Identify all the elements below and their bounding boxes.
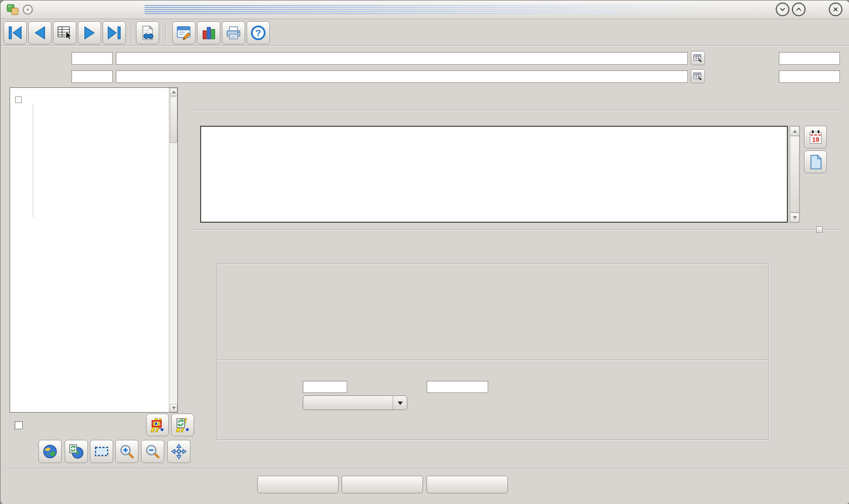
chevron-down-icon [779,6,786,13]
table-lookup-icon [693,71,703,81]
chevron-up-icon [795,6,803,13]
chevron-down-icon[interactable] [393,396,407,410]
nav-previous-icon [32,25,48,41]
scrollbar-thumb[interactable] [790,136,799,213]
strasse-lookup-button[interactable] [691,69,705,83]
erfassung-date-field[interactable] [779,52,840,65]
strassenaeste-checkbox[interactable] [15,421,23,429]
nav-last-icon [106,25,122,41]
bar-chart-icon [201,25,217,41]
splitter[interactable] [193,229,839,230]
globe-icon [42,443,58,460]
app-icon [7,4,20,18]
splitter-handle[interactable] [816,226,823,233]
globe-button[interactable] [38,440,62,463]
print-button[interactable] [222,21,245,44]
blank-document-icon [808,154,824,170]
titlebar [1,1,849,19]
nav-first-icon [7,25,23,41]
pan-icon [171,443,187,460]
nav-next-icon [81,25,98,41]
tree-root-expander[interactable] [15,96,22,103]
printer-icon [225,25,242,41]
links-input[interactable] [303,381,347,393]
help-icon: ? [250,25,266,41]
first-record-button[interactable] [4,21,27,44]
select-record-icon [57,25,73,41]
sync-map-icon [175,417,191,433]
svg-text:19: 19 [812,136,819,143]
scrollbar-thumb[interactable] [170,96,177,143]
minimize-button[interactable] [776,3,789,16]
highlight-on-map-button[interactable] [146,414,169,436]
calendar-button[interactable]: 19 [804,126,827,148]
edit-form-button[interactable] [172,21,196,44]
tree-connector-line [33,104,33,217]
zoom-out-button[interactable] [141,440,164,463]
rechts-input[interactable] [427,381,488,393]
scroll-down-button[interactable] [170,404,177,412]
table-lookup-icon [693,53,703,63]
zoom-out-icon [145,443,161,460]
select-area-button[interactable] [90,440,113,463]
system-menu-icon[interactable] [23,5,33,15]
globe-sync-icon [68,443,84,460]
globe-sync-button[interactable] [65,440,88,463]
scroll-down-button[interactable] [790,213,799,222]
search-document-icon [139,25,156,41]
ort-name-field[interactable] [116,52,688,65]
maximize-button[interactable] [792,3,806,16]
highlight-on-map-icon [150,417,166,433]
footer-divider [6,468,844,469]
help-button[interactable]: ? [247,21,270,44]
aenderung-date-field[interactable] [779,70,840,83]
pan-button[interactable] [167,440,191,463]
search-document-button[interactable] [136,21,159,44]
last-record-button[interactable] [103,21,126,44]
close-button[interactable] [829,3,842,16]
statistics-button[interactable] [197,21,220,44]
ort-code-field[interactable] [71,52,113,65]
svg-text:?: ? [256,28,261,38]
next-record-button[interactable] [78,21,101,44]
tree-scrollbar[interactable] [169,88,177,412]
fachdaten-strassen-window: ? [0,0,849,504]
scroll-up-button[interactable] [170,88,177,96]
messwerte-groupbox [217,263,769,440]
record-table[interactable] [200,126,788,223]
cancel-button[interactable] [342,476,423,493]
scroll-up-button[interactable] [790,126,799,136]
tab-baseline [193,110,842,111]
calendar-19-icon: 19 [808,129,824,145]
ok-button[interactable] [257,476,339,493]
apply-button[interactable] [427,476,508,493]
select-record-button[interactable] [53,21,76,44]
ort-lookup-button[interactable] [691,51,705,65]
strasse-name-field[interactable] [116,70,688,83]
new-document-button[interactable] [804,150,827,173]
previous-record-button[interactable] [28,21,52,44]
selection-rectangle-icon [93,443,110,460]
edit-form-icon [176,25,192,41]
zoom-in-icon [119,443,135,460]
zoom-in-button[interactable] [115,440,138,463]
street-tree-panel [10,87,178,413]
close-icon [832,6,839,13]
strasse-code-field[interactable] [71,70,113,83]
sync-map-button[interactable] [171,414,194,436]
section-divider [217,360,768,361]
schadensursache-select[interactable] [303,395,407,410]
table-scrollbar[interactable] [789,126,800,223]
